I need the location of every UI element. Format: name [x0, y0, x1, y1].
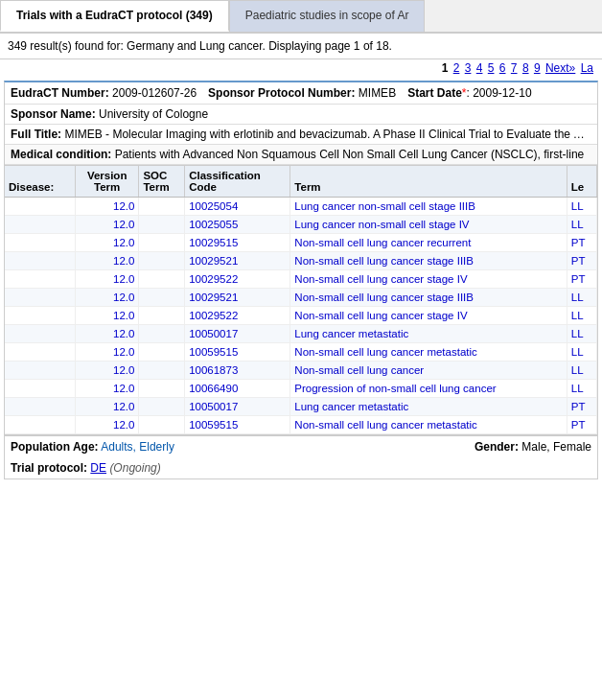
cell-le: LL [567, 216, 596, 234]
cell-version: 12.0 [75, 270, 139, 289]
cell-term: Lung cancer non-small cell stage IV [290, 216, 567, 234]
eudraCT-field: EudraCT Number: 2009-012607-26 [11, 86, 197, 100]
cell-disease [5, 270, 75, 289]
cell-disease [5, 198, 75, 216]
start-date-label: Start Date [407, 86, 462, 100]
cell-term: Non-small cell lung cancer metastatic [290, 416, 567, 434]
cell-soc [139, 270, 185, 289]
table-row: 12.010029521Non-small cell lung cancer s… [5, 252, 597, 270]
cell-version: 12.0 [75, 416, 139, 434]
cell-disease [5, 343, 75, 362]
cell-version: 12.0 [75, 198, 139, 216]
cell-term: Non-small cell lung cancer stage IIIB [290, 252, 567, 270]
cell-le: PT [567, 398, 596, 416]
cell-version: 12.0 [75, 234, 139, 252]
results-header: 349 result(s) found for: Germany and Lun… [0, 34, 602, 59]
cell-term: Non-small cell lung cancer metastatic [290, 343, 567, 362]
table-row: 12.010025054Lung cancer non-small cell s… [5, 198, 597, 216]
cell-soc [139, 216, 185, 234]
col-disease: Disease: [5, 166, 75, 198]
trial-protocol-status: (Ongoing) [109, 461, 160, 475]
results-header-text: 349 result(s) found for: Germany and Lun… [8, 39, 392, 53]
cell-term: Lung cancer metastatic [290, 325, 567, 343]
page-3[interactable]: 3 [465, 61, 472, 75]
cell-le: LL [567, 198, 596, 216]
cell-le: LL [567, 380, 596, 398]
cell-disease [5, 416, 75, 434]
cell-version: 12.0 [75, 252, 139, 270]
page-4[interactable]: 4 [476, 61, 483, 75]
cell-le: LL [567, 343, 596, 362]
population-age-label: Population Age: [11, 440, 99, 454]
cell-version: 12.0 [75, 362, 139, 380]
col-soc: SOCTerm [139, 166, 185, 198]
cell-soc [139, 325, 185, 343]
cell-le: PT [567, 270, 596, 289]
page-9[interactable]: 9 [534, 61, 541, 75]
cell-code: 10059515 [185, 343, 290, 362]
page-2[interactable]: 2 [453, 61, 460, 75]
eudraCT-label: EudraCT Number: [11, 86, 109, 100]
cell-disease [5, 252, 75, 270]
tab-eudraCT[interactable]: Trials with a EudraCT protocol (349) [0, 0, 229, 32]
gender-label: Gender: [475, 440, 519, 454]
sponsor-protocol-label: Sponsor Protocol Number: [208, 86, 355, 100]
cell-code: 10050017 [185, 398, 290, 416]
cell-disease [5, 234, 75, 252]
sponsor-protocol-value: MIMEB [359, 86, 396, 100]
sponsor-name-value: University of Cologne [99, 107, 208, 121]
tab-paediatric[interactable]: Paediatric studies in scope of Ar [229, 0, 426, 32]
sponsor-protocol-field: Sponsor Protocol Number: MIMEB [208, 86, 396, 100]
cell-version: 12.0 [75, 398, 139, 416]
cell-disease [5, 289, 75, 307]
eudraCT-value: 2009-012607-26 [112, 86, 197, 100]
cell-version: 12.0 [75, 307, 139, 325]
tabs-bar: Trials with a EudraCT protocol (349) Pae… [0, 0, 602, 34]
table-row: 12.010061873Non-small cell lung cancerLL [5, 362, 597, 380]
cell-disease [5, 325, 75, 343]
page-8[interactable]: 8 [522, 61, 529, 75]
trial-protocol-row: Trial protocol: DE (Ongoing) [4, 457, 598, 479]
trial-protocol-label: Trial protocol: [11, 461, 87, 475]
cell-soc [139, 343, 185, 362]
cell-term: Progression of non-small cell lung cance… [290, 380, 567, 398]
cell-soc [139, 252, 185, 270]
table-row: 12.010029521Non-small cell lung cancer s… [5, 289, 597, 307]
tab-paediatric-label: Paediatric studies in scope of Ar [245, 9, 409, 22]
page-6[interactable]: 6 [499, 61, 506, 75]
table-row: 12.010066490Progression of non-small cel… [5, 380, 597, 398]
cell-code: 10050017 [185, 325, 290, 343]
page-7[interactable]: 7 [511, 61, 518, 75]
col-le: Le [567, 166, 596, 198]
cell-le: LL [567, 325, 596, 343]
table-header-row: Disease: VersionTerm SOCTerm Classificat… [5, 166, 597, 198]
cell-version: 12.0 [75, 289, 139, 307]
cell-le: LL [567, 307, 596, 325]
cell-code: 10061873 [185, 362, 290, 380]
sponsor-name-label: Sponsor Name: [11, 107, 96, 121]
cell-code: 10066490 [185, 380, 290, 398]
cell-code: 10025054 [185, 198, 290, 216]
cell-version: 12.0 [75, 380, 139, 398]
cell-version: 12.0 [75, 325, 139, 343]
cell-term: Non-small cell lung cancer recurrent [290, 234, 567, 252]
pagination-next[interactable]: Next» [545, 61, 575, 75]
full-title-row: Full Title: MIMEB - Molecular Imaging wi… [5, 125, 597, 145]
cell-version: 12.0 [75, 216, 139, 234]
tab-eudraCT-label: Trials with a EudraCT protocol (349) [16, 9, 213, 22]
full-title-label: Full Title: [11, 128, 61, 141]
pagination-last[interactable]: La [581, 61, 593, 75]
table-row: 12.010059515Non-small cell lung cancer m… [5, 343, 597, 362]
cell-code: 10029515 [185, 234, 290, 252]
cell-term: Lung cancer metastatic [290, 398, 567, 416]
trial-ids-row: EudraCT Number: 2009-012607-26 Sponsor P… [5, 82, 597, 105]
table-row: 12.010059515Non-small cell lung cancer m… [5, 416, 597, 434]
col-code: ClassificationCode [185, 166, 290, 198]
page-5[interactable]: 5 [488, 61, 495, 75]
cell-soc [139, 198, 185, 216]
cell-le: LL [567, 289, 596, 307]
cell-term: Non-small cell lung cancer stage IIIB [290, 289, 567, 307]
table-row: 12.010029522Non-small cell lung cancer s… [5, 307, 597, 325]
cell-term: Lung cancer non-small cell stage IIIB [290, 198, 567, 216]
trial-header: EudraCT Number: 2009-012607-26 Sponsor P… [4, 81, 598, 166]
